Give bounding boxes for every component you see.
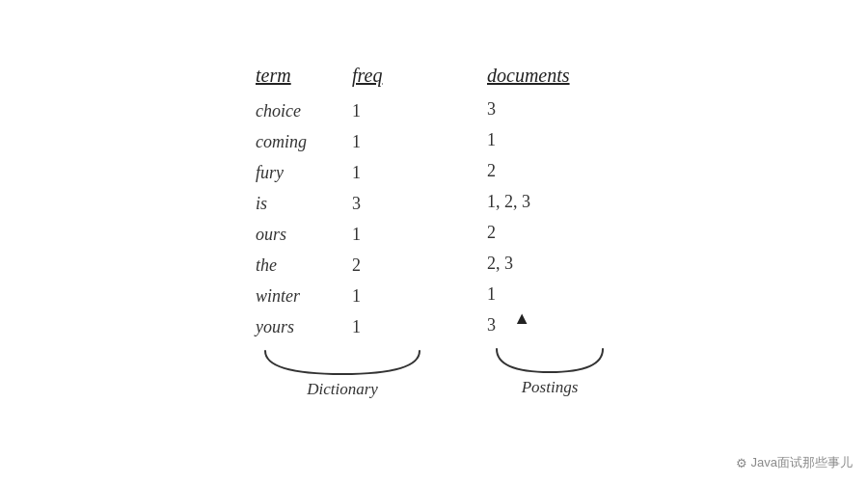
cell-freq: 3 (352, 194, 429, 214)
dict-row: winter1 (256, 282, 429, 310)
dictionary-section: term freq choice1coming1fury1is3ours1the… (256, 65, 429, 399)
watermark: ⚙ Java面试那些事儿 (736, 454, 853, 471)
cell-term: is (256, 194, 352, 214)
postings-rows: 3121, 2, 322, 313 (487, 94, 612, 339)
cell-freq: 1 (352, 132, 429, 152)
cell-term: choice (256, 101, 352, 121)
postings-section: documents 3121, 2, 322, 313 Postings (487, 65, 612, 397)
cell-docs: 3 (487, 315, 612, 335)
dict-headers: term freq (256, 65, 429, 89)
watermark-icon: ⚙ (736, 456, 747, 470)
watermark-text: Java面试那些事儿 (751, 454, 853, 471)
header-documents: documents (487, 65, 612, 87)
cell-term: winter (256, 286, 352, 307)
table-area: term freq choice1coming1fury1is3ours1the… (256, 65, 612, 399)
cell-freq: 1 (352, 225, 429, 245)
dictionary-brace (256, 347, 429, 378)
dict-row: yours1 (256, 312, 429, 341)
header-term: term (256, 65, 352, 89)
postings-headers: documents (487, 65, 612, 87)
postings-row: 3 (487, 310, 612, 339)
dictionary-label: Dictionary (307, 380, 378, 399)
cell-docs: 1 (487, 130, 612, 150)
header-freq: freq (352, 65, 429, 89)
cell-freq: 1 (352, 317, 429, 337)
cell-freq: 1 (352, 286, 429, 307)
postings-brace (487, 345, 612, 376)
cell-freq: 1 (352, 101, 429, 121)
dict-row: choice1 (256, 96, 429, 125)
cell-docs: 2, 3 (487, 254, 612, 274)
postings-row: 1 (487, 125, 612, 154)
main-canvas: term freq choice1coming1fury1is3ours1the… (0, 0, 868, 483)
postings-row: 2, 3 (487, 249, 612, 278)
dict-row: the2 (256, 251, 429, 280)
cell-term: coming (256, 132, 352, 152)
dict-row: fury1 (256, 158, 429, 187)
postings-label: Postings (522, 378, 579, 397)
cell-term: fury (256, 163, 352, 183)
cell-term: the (256, 255, 352, 276)
cell-docs: 3 (487, 99, 612, 120)
cell-docs: 1 (487, 284, 612, 305)
cell-freq: 2 (352, 255, 429, 276)
postings-label-area: Postings (487, 345, 612, 397)
dict-rows: choice1coming1fury1is3ours1the2winter1yo… (256, 96, 429, 341)
cell-term: ours (256, 225, 352, 245)
postings-row: 1, 2, 3 (487, 187, 612, 216)
dict-row: is3 (256, 189, 429, 218)
postings-row: 3 (487, 94, 612, 123)
postings-row: 2 (487, 218, 612, 247)
cell-freq: 1 (352, 163, 429, 183)
dict-row: ours1 (256, 220, 429, 249)
cursor: ▲ (513, 309, 530, 329)
cell-docs: 2 (487, 161, 612, 181)
postings-row: 2 (487, 156, 612, 185)
dict-row: coming1 (256, 127, 429, 156)
cell-docs: 2 (487, 223, 612, 243)
dictionary-label-area: Dictionary (256, 347, 429, 399)
cell-term: yours (256, 317, 352, 337)
postings-row: 1 (487, 280, 612, 309)
cell-docs: 1, 2, 3 (487, 192, 612, 212)
